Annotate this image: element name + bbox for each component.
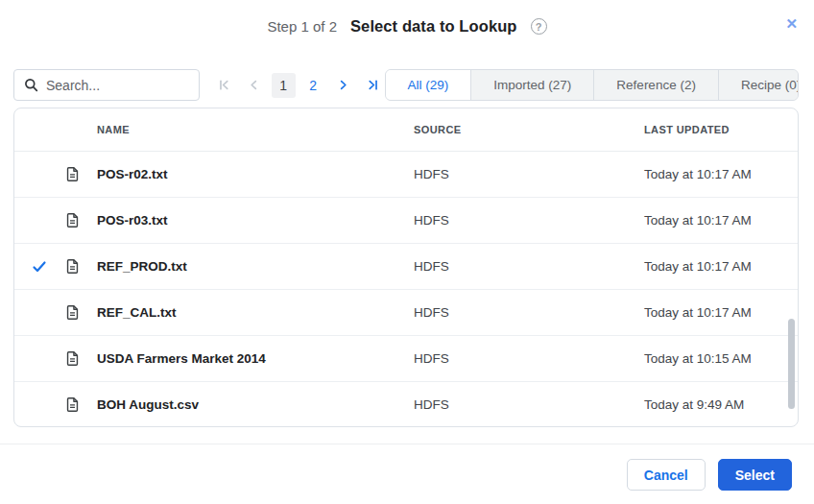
dataset-source: HDFS <box>414 167 644 181</box>
chevron-left-icon <box>248 79 260 91</box>
close-icon[interactable]: ✕ <box>785 16 798 31</box>
dataset-name: USDA Farmers Market 2014 <box>97 351 414 366</box>
dataset-source: HDFS <box>414 397 644 412</box>
search-input[interactable] <box>46 78 189 93</box>
file-icon <box>64 166 81 182</box>
next-page-button[interactable] <box>331 73 355 98</box>
toolbar: 1 2 All (29) Imported (27) Reference (2)… <box>13 69 799 101</box>
page-button-2[interactable]: 2 <box>301 73 325 98</box>
dataset-source: HDFS <box>414 351 644 366</box>
table-row[interactable]: USDA Farmers Market 2014 HDFS Today at 1… <box>14 336 798 382</box>
table-header: NAME SOURCE LAST UPDATED <box>14 108 798 152</box>
file-icon <box>64 212 81 228</box>
file-icon <box>64 350 81 367</box>
dialog-title: Select data to Lookup <box>350 17 517 36</box>
select-button[interactable]: Select <box>718 459 792 491</box>
dataset-name: POS-r02.txt <box>97 167 414 181</box>
table-scrollbar[interactable] <box>788 319 795 409</box>
search-box <box>13 69 200 101</box>
first-page-button[interactable] <box>212 73 236 98</box>
dataset-source: HDFS <box>414 305 644 320</box>
filter-tabs: All (29) Imported (27) Reference (2) Rec… <box>385 69 799 101</box>
file-icon <box>64 304 81 321</box>
dataset-name: BOH August.csv <box>97 397 414 412</box>
tab-recipe[interactable]: Recipe (0) <box>718 70 799 100</box>
file-icon <box>64 258 81 275</box>
column-header-source: SOURCE <box>414 124 644 135</box>
table-row[interactable]: POS-r03.txt HDFS Today at 10:17 AM <box>14 198 798 244</box>
page-button-1[interactable]: 1 <box>272 73 296 98</box>
tab-all[interactable]: All (29) <box>386 70 471 100</box>
table-row[interactable]: POS-r02.txt HDFS Today at 10:17 AM <box>14 152 798 198</box>
dataset-source: HDFS <box>414 213 644 228</box>
last-page-button[interactable] <box>361 73 385 98</box>
column-header-name: NAME <box>97 124 414 135</box>
dataset-last-updated: Today at 10:17 AM <box>644 305 798 320</box>
dialog-header-center: Step 1 of 2 Select data to Lookup ? <box>0 0 814 53</box>
prev-page-button[interactable] <box>242 73 266 98</box>
search-icon <box>24 78 38 92</box>
dataset-name: REF_CAL.txt <box>97 305 414 320</box>
dataset-last-updated: Today at 10:17 AM <box>644 167 798 181</box>
step-indicator: Step 1 of 2 <box>267 18 337 35</box>
tab-reference[interactable]: Reference (2) <box>593 70 718 100</box>
table-row-selected[interactable]: REF_PROD.txt HDFS Today at 10:17 AM <box>14 244 798 290</box>
tab-imported[interactable]: Imported (27) <box>470 70 593 100</box>
footer: Cancel Select <box>627 459 792 491</box>
dataset-last-updated: Today at 10:17 AM <box>644 213 798 228</box>
last-page-icon <box>367 79 379 91</box>
first-page-icon <box>218 79 230 91</box>
check-icon <box>32 259 47 275</box>
dataset-last-updated: Today at 9:49 AM <box>644 397 798 412</box>
column-header-last-updated: LAST UPDATED <box>644 124 798 135</box>
dataset-name: POS-r03.txt <box>97 213 414 228</box>
dataset-last-updated: Today at 10:15 AM <box>644 351 798 366</box>
pagination: 1 2 <box>212 73 385 98</box>
help-icon[interactable]: ? <box>531 18 547 35</box>
table-row[interactable]: REF_CAL.txt HDFS Today at 10:17 AM <box>14 290 798 336</box>
chevron-right-icon <box>337 79 349 91</box>
footer-divider <box>0 444 814 444</box>
table-row[interactable]: BOH August.csv HDFS Today at 9:49 AM <box>14 382 798 427</box>
file-icon <box>64 396 81 413</box>
dataset-table: NAME SOURCE LAST UPDATED POS-r02.txt HDF… <box>13 108 799 427</box>
dataset-name: REF_PROD.txt <box>97 259 414 274</box>
dialog-header: Step 1 of 2 Select data to Lookup ? ✕ <box>0 0 814 53</box>
dataset-source: HDFS <box>414 259 644 274</box>
cancel-button[interactable]: Cancel <box>627 459 706 491</box>
dataset-last-updated: Today at 10:17 AM <box>644 259 798 274</box>
